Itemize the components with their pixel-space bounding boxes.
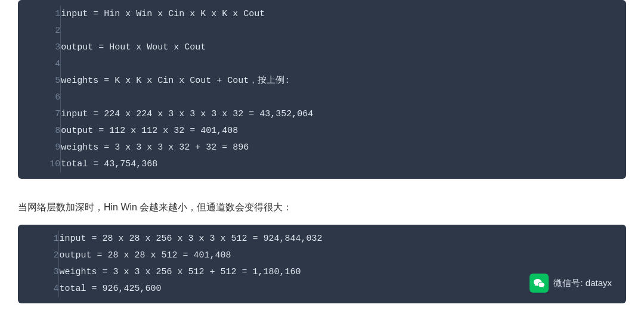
line-number: 5 <box>18 73 61 89</box>
code-table-1: 1 input = Hin x Win x Cin x K x K x Cout… <box>18 6 626 173</box>
wechat-label: 微信号: datayx <box>553 278 612 289</box>
page-container: 1 input = Hin x Win x Cin x K x K x Cout… <box>0 0 644 303</box>
line-number: 8 <box>18 123 61 139</box>
line-number: 7 <box>18 106 61 123</box>
code-line: output = 112 x 112 x 32 = 401,408 <box>61 123 626 139</box>
code-line <box>61 23 626 39</box>
code-line: input = 224 x 224 x 3 x 3 x 3 x 32 = 43,… <box>61 106 626 123</box>
prose-content: 当网络层数加深时，Hin Win 会越来越小，但通道数会变得很大： <box>18 202 292 212</box>
line-number: 3 <box>18 39 61 56</box>
line-number: 2 <box>18 247 59 264</box>
prose-text: 当网络层数加深时，Hin Win 会越来越小，但通道数会变得很大： <box>0 190 644 225</box>
line-number: 2 <box>18 23 61 39</box>
line-number: 6 <box>18 89 61 106</box>
line-number: 4 <box>18 56 61 73</box>
code-line: input = Hin x Win x Cin x K x K x Cout <box>61 6 626 23</box>
line-number: 1 <box>18 231 59 247</box>
line-number: 10 <box>18 156 61 173</box>
line-number: 9 <box>18 139 61 156</box>
wechat-badge: 微信号: datayx <box>530 274 612 293</box>
code-line: total = 43,754,368 <box>61 156 626 173</box>
line-number: 3 <box>18 264 59 281</box>
second-code-block-wrapper: 1 input = 28 x 28 x 256 x 3 x 3 x 512 = … <box>18 225 626 303</box>
code-line: output = Hout x Wout x Cout <box>61 39 626 56</box>
code-block-1: 1 input = Hin x Win x Cin x K x K x Cout… <box>18 0 626 179</box>
code-line <box>61 89 626 106</box>
code-line: weights = K x K x Cin x Cout + Cout，按上例: <box>61 73 626 89</box>
wechat-icon <box>530 274 549 293</box>
code-line: weights = 3 x 3 x 3 x 32 + 32 = 896 <box>61 139 626 156</box>
code-block-2: 1 input = 28 x 28 x 256 x 3 x 3 x 512 = … <box>18 225 626 303</box>
first-code-block: 1 input = Hin x Win x Cin x K x K x Cout… <box>18 0 626 179</box>
code-line: output = 28 x 28 x 512 = 401,408 <box>59 247 626 264</box>
code-line: input = 28 x 28 x 256 x 3 x 3 x 512 = 92… <box>59 231 626 247</box>
code-line <box>61 56 626 73</box>
line-number: 1 <box>18 6 61 23</box>
line-number: 4 <box>18 281 59 297</box>
